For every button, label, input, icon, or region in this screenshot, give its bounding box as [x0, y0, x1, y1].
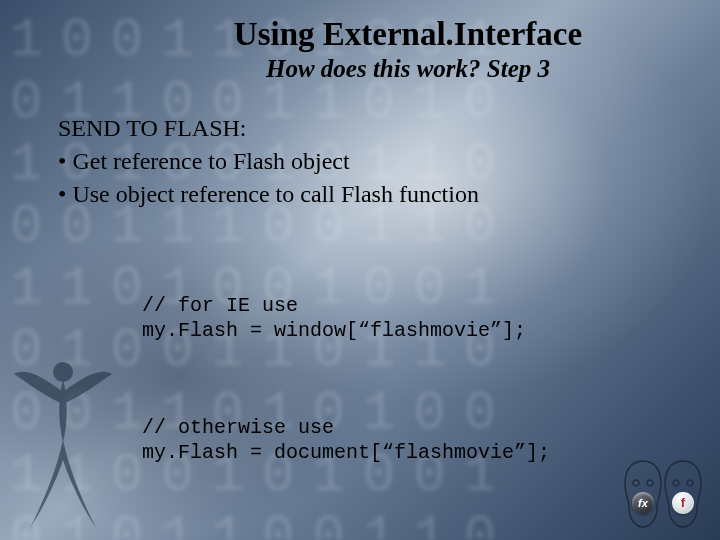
flash-logo-icon: f: [660, 458, 706, 530]
code-line: // otherwise use: [142, 416, 334, 439]
code-line: // for IE use: [142, 294, 298, 317]
code-chunk: // otherwise use my.Flash = document[“fl…: [142, 415, 680, 465]
dancer-figure-icon: [8, 342, 118, 532]
fx-badge-label: fx: [638, 497, 648, 509]
bullet-text: Get reference to Flash object: [72, 148, 349, 174]
bullet-text: Use object reference to call Flash funct…: [72, 181, 479, 207]
code-line: my.Flash = window[“flashmovie”];: [142, 319, 526, 342]
flash-badge-icon: f: [672, 492, 694, 514]
code-chunk: // for IE use my.Flash = window[“flashmo…: [142, 293, 680, 343]
bullet-item: • Get reference to Flash object: [58, 146, 680, 177]
bullet-item: • Use object reference to call Flash fun…: [58, 179, 680, 210]
slide-container: Using External.Interface How does this w…: [0, 0, 720, 540]
slide-subtitle: How does this work? Step 3: [136, 55, 680, 83]
code-block: // for IE use my.Flash = window[“flashmo…: [142, 243, 680, 540]
body-text: SEND TO FLASH: • Get reference to Flash …: [58, 113, 680, 211]
code-line: my.Flash = document[“flashmovie”];: [142, 441, 550, 464]
footer-logos: fx f: [620, 458, 706, 530]
fx-badge-icon: fx: [632, 492, 654, 514]
slide-title: Using External.Interface: [136, 16, 680, 53]
flash-badge-label: f: [681, 495, 685, 510]
section-heading: SEND TO FLASH:: [58, 113, 680, 144]
svg-point-0: [53, 362, 73, 382]
code-chunk: my.Flash. tween.Me(“Hello from JS”): [142, 537, 680, 540]
